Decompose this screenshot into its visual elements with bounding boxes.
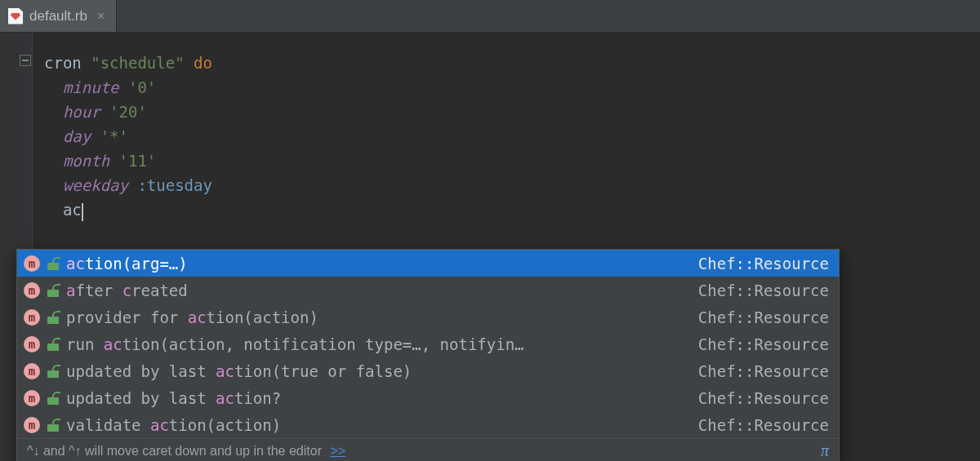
close-icon[interactable]: × [94,9,105,24]
completion-item-name: after_created [66,281,691,299]
completion-item[interactable]: mvalidate_action(action)Chef::Resource [17,411,839,438]
method-badge-icon: m [24,255,40,272]
completion-item-name: run_action(action, notification_type=…, … [66,335,691,353]
code-line: weekday :tuesday [33,173,980,197]
visibility-icon [47,392,59,405]
method-badge-icon: m [24,417,40,433]
completion-item-name: updated_by_last_action(true_or_false) [66,362,691,380]
completion-hint-bar: ^↓ and ^↑ will move caret down and up in… [17,438,839,461]
code-line-current: ac [33,197,980,222]
text-caret [82,201,83,219]
completion-item-origin: Chef::Resource [698,335,829,353]
visibility-icon [47,257,59,270]
completion-item-origin: Chef::Resource [698,281,829,299]
code-line: month '11' [33,148,980,173]
completion-item[interactable]: mupdated_by_last_action?Chef::Resource [17,384,839,411]
code-editor[interactable]: cron "schedule" do minute '0' hour '20' … [0,33,980,461]
completion-item[interactable]: mafter_createdChef::Resource [17,277,839,304]
code-line: minute '0' [33,75,980,100]
tab-filename: default.rb [29,8,87,24]
ruby-file-icon [8,8,23,24]
code-line: cron "schedule" do [33,51,980,75]
completion-item[interactable]: maction(arg=…)Chef::Resource [17,250,839,277]
completion-item[interactable]: mrun_action(action, notification_type=…,… [17,330,839,357]
completion-item-name: action(arg=…) [66,255,691,273]
completion-item-origin: Chef::Resource [698,362,829,380]
file-tab[interactable]: default.rb × [0,0,117,32]
method-badge-icon: m [24,363,40,379]
method-badge-icon: m [24,282,40,299]
method-badge-icon: m [24,390,40,406]
method-badge-icon: m [24,309,40,326]
completion-item[interactable]: mupdated_by_last_action(true_or_false)Ch… [17,357,839,384]
completion-item-name: updated_by_last_action? [66,389,691,407]
completion-item-name: provider_for_action(action) [66,308,691,326]
visibility-icon [47,284,59,297]
code-line: day '*' [33,124,980,148]
completion-hint-link[interactable]: >> [330,444,345,458]
visibility-icon [47,365,59,378]
completion-hint-text: ^↓ and ^↑ will move caret down and up in… [27,444,322,458]
pi-icon[interactable]: π [821,441,829,460]
completion-item-origin: Chef::Resource [698,255,829,273]
fold-icon[interactable] [20,55,31,66]
completion-item-origin: Chef::Resource [698,308,829,326]
completion-popup: maction(arg=…)Chef::Resourcemafter_creat… [16,249,840,461]
visibility-icon [47,311,59,324]
method-badge-icon: m [24,336,40,352]
completion-item-origin: Chef::Resource [698,416,829,434]
visibility-icon [47,338,59,351]
completion-item-name: validate_action(action) [66,416,691,434]
tab-bar: default.rb × [0,0,980,33]
visibility-icon [47,419,59,432]
completion-item-origin: Chef::Resource [698,389,829,407]
completion-item[interactable]: mprovider_for_action(action)Chef::Resour… [17,304,839,330]
code-line: hour '20' [33,100,980,124]
